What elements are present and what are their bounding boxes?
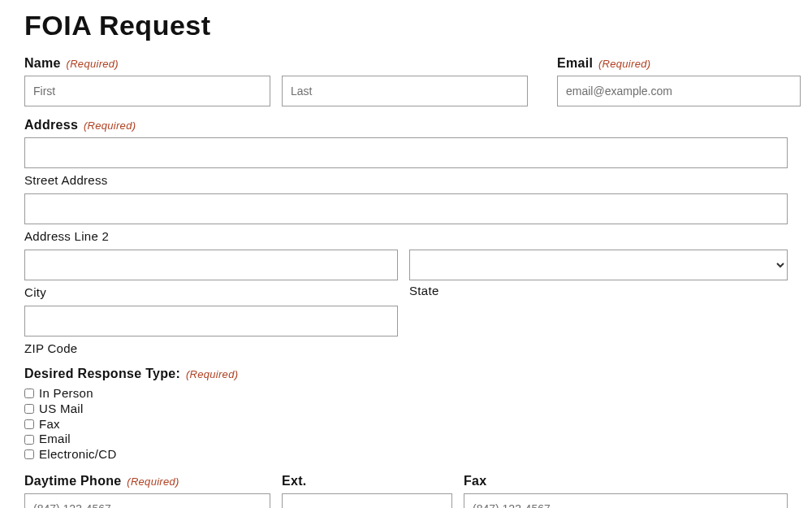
ext-label: Ext. xyxy=(282,474,452,488)
response-option-label: US Mail xyxy=(39,402,84,417)
response-option-label: In Person xyxy=(39,386,93,402)
email-label-text: Email xyxy=(557,56,593,70)
daytime-phone-input[interactable] xyxy=(24,493,270,508)
response-option-fax[interactable]: Fax xyxy=(24,417,788,432)
response-type-required: (Required) xyxy=(186,368,238,380)
city-sublabel: City xyxy=(24,285,398,299)
response-option-label: Email xyxy=(39,432,71,447)
response-type-list: In Person US Mail Fax Email Electronic/C… xyxy=(24,386,788,462)
daytime-phone-label: Daytime Phone (Required) xyxy=(24,474,270,488)
address-label-text: Address xyxy=(24,118,78,132)
name-required: (Required) xyxy=(67,58,119,70)
response-checkbox-electronic-cd[interactable] xyxy=(24,449,34,459)
response-checkbox-us-mail[interactable] xyxy=(24,404,34,414)
first-name-input[interactable] xyxy=(24,76,270,106)
name-label-text: Name xyxy=(24,56,61,70)
address-line2-sublabel: Address Line 2 xyxy=(24,229,788,243)
street-address-input[interactable] xyxy=(24,137,788,168)
last-name-input[interactable] xyxy=(282,76,528,106)
email-label: Email (Required) xyxy=(557,56,801,71)
address-required: (Required) xyxy=(84,119,136,132)
state-select[interactable] xyxy=(409,250,788,280)
response-checkbox-in-person[interactable] xyxy=(24,389,34,398)
zip-input[interactable] xyxy=(24,306,398,336)
street-address-sublabel: Street Address xyxy=(24,173,788,187)
response-option-label: Fax xyxy=(39,417,60,432)
ext-input[interactable] xyxy=(282,493,452,508)
address-label: Address (Required) xyxy=(24,118,788,132)
city-input[interactable] xyxy=(24,250,398,280)
response-option-email[interactable]: Email xyxy=(24,432,788,447)
response-type-label: Desired Response Type: (Required) xyxy=(24,367,788,381)
zip-sublabel: ZIP Code xyxy=(24,341,398,355)
name-label-spacer xyxy=(282,56,528,71)
response-option-label: Electronic/CD xyxy=(39,447,117,462)
response-checkbox-email[interactable] xyxy=(24,435,34,445)
response-option-electronic-cd[interactable]: Electronic/CD xyxy=(24,447,788,462)
page-title: FOIA Request xyxy=(24,10,788,41)
name-label: Name (Required) xyxy=(24,56,270,71)
fax-input[interactable] xyxy=(464,493,788,508)
response-option-us-mail[interactable]: US Mail xyxy=(24,402,788,417)
daytime-phone-required: (Required) xyxy=(127,475,179,488)
daytime-phone-label-text: Daytime Phone xyxy=(24,474,122,488)
response-checkbox-fax[interactable] xyxy=(24,419,34,429)
email-required: (Required) xyxy=(598,58,650,70)
response-type-label-text: Desired Response Type: xyxy=(24,367,180,380)
email-input[interactable] xyxy=(557,76,801,106)
state-sublabel: State xyxy=(409,284,788,297)
address-line2-input[interactable] xyxy=(24,193,788,224)
fax-label: Fax xyxy=(464,474,788,488)
response-option-in-person[interactable]: In Person xyxy=(24,386,788,402)
